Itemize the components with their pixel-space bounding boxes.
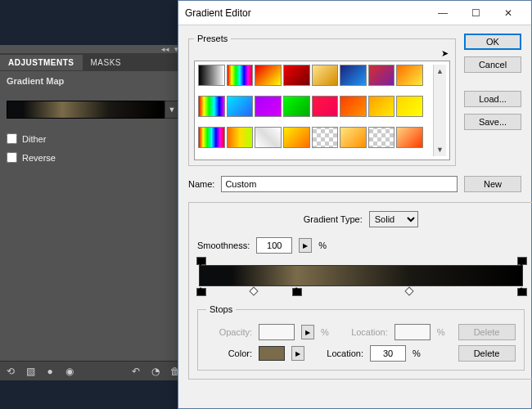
preset-thumbnail[interactable] [368,96,395,117]
tab-adjustments[interactable]: ADJUSTMENTS [0,55,83,70]
preset-thumbnail[interactable] [255,96,282,117]
smoothness-flyout-icon[interactable]: ▶ [299,238,312,253]
view-icon[interactable]: ● [44,366,56,377]
reverse-label: Reverse [22,153,56,163]
panel-footer: ⟲ ▧ ● ◉ ↶ ◔ 🗑 [0,361,186,380]
stops-fieldset: Stops Opacity: ▶ % Location: % Delete Co… [197,304,525,371]
delete-color-stop-button[interactable]: Delete [458,345,516,362]
opacity-input [259,324,295,340]
ok-button[interactable]: OK [464,34,521,50]
panel-tabs: ADJUSTMENTS MASKS [0,53,186,71]
percent-unit: % [321,327,329,337]
preset-thumbnail[interactable] [198,96,225,117]
tab-masks[interactable]: MASKS [83,55,130,70]
adjustments-panel: ◂◂ ▾≡ ADJUSTMENTS MASKS Gradient Map ▼ D… [0,45,186,380]
color-stop[interactable] [196,288,205,296]
preset-thumbnail[interactable] [227,65,254,86]
new-layer-icon[interactable]: ▧ [25,366,36,377]
color-stop[interactable] [291,288,301,296]
preset-thumbnail[interactable] [312,65,339,86]
preset-thumbnail[interactable] [340,65,367,86]
midpoint-handle[interactable] [250,286,259,295]
color-flyout-icon[interactable]: ▶ [291,346,304,361]
preset-thumbnail[interactable] [255,127,282,148]
preset-thumbnail[interactable] [255,65,282,86]
preset-thumbnail[interactable] [227,127,254,148]
reverse-input[interactable] [7,152,17,163]
dither-checkbox[interactable]: Dither [7,133,179,144]
visibility-icon[interactable]: ◉ [64,366,75,377]
opacity-stop[interactable] [516,257,526,265]
close-button[interactable]: ✕ [492,2,525,25]
presets-fieldset: Presets ➤ ▲ ▼ [188,34,456,166]
gradient-type-select[interactable]: Solid [369,211,418,227]
preset-thumbnail[interactable] [283,65,310,86]
dither-label: Dither [22,134,46,144]
adjustment-title: Gradient Map [7,76,179,86]
preset-thumbnail[interactable] [283,127,310,148]
save-button[interactable]: Save... [464,114,521,130]
smoothness-input[interactable] [256,237,292,254]
minimize-button[interactable]: — [426,2,459,25]
preset-thumbnail[interactable] [340,127,367,148]
gradient-type-label: Gradient Type: [304,214,363,224]
gradient-bar[interactable] [199,265,523,286]
name-label: Name: [188,179,214,189]
preset-thumbnail[interactable] [340,96,367,117]
name-input[interactable] [221,176,458,192]
gradient-editor-dialog: Gradient Editor — ☐ ✕ Presets ➤ ▲ ▼ OK [178,0,532,409]
collapse-icon[interactable]: ◂◂ [161,45,169,53]
panel-menubar: ◂◂ ▾≡ [0,45,186,53]
presets-flyout-icon[interactable]: ➤ [441,48,449,59]
opacity-location-input [394,324,431,340]
preset-thumbnail[interactable] [312,127,339,148]
presets-grid: ▲ ▼ [194,61,450,160]
color-stop[interactable] [516,288,526,296]
percent-unit: % [413,348,421,358]
stops-legend: Stops [206,304,236,314]
presets-scrollbar[interactable]: ▲ ▼ [433,65,446,156]
dialog-side-buttons: OK Cancel Load... Save... [464,34,521,166]
gradient-map-dropdown[interactable]: ▼ [7,101,179,119]
gradient-preview[interactable] [7,101,165,119]
color-label: Color: [206,348,252,358]
percent-unit: % [318,240,327,250]
percent-unit: % [437,327,445,337]
scroll-down-icon[interactable]: ▼ [434,143,446,156]
preset-thumbnail[interactable] [396,127,423,148]
load-button[interactable]: Load... [464,91,521,107]
preset-thumbnail[interactable] [312,96,339,117]
preset-thumbnail[interactable] [396,96,423,117]
dialog-titlebar[interactable]: Gradient Editor — ☐ ✕ [178,1,531,25]
dither-input[interactable] [7,133,17,144]
delete-opacity-stop-button: Delete [458,324,516,340]
return-icon[interactable]: ⟲ [5,366,16,377]
color-swatch[interactable] [259,346,285,361]
gradient-type-fieldset: Gradient Type: Solid Smoothness: ▶ % [188,202,532,380]
presets-legend: Presets [194,34,231,43]
preset-thumbnail[interactable] [198,127,225,148]
opacity-location-label: Location: [336,327,388,337]
preset-thumbnail[interactable] [396,65,423,86]
scroll-up-icon[interactable]: ▲ [434,65,446,78]
smoothness-label: Smoothness: [197,240,250,250]
cancel-button[interactable]: Cancel [464,56,521,73]
reset-icon[interactable]: ↶ [130,366,142,377]
preset-thumbnail[interactable] [368,127,395,148]
midpoint-handle[interactable] [404,286,413,295]
preset-thumbnail[interactable] [283,96,310,117]
preset-thumbnail[interactable] [368,65,395,86]
preset-thumbnail[interactable] [227,96,254,117]
opacity-stop[interactable] [196,257,205,265]
opacity-label: Opacity: [206,327,252,337]
color-location-input[interactable] [370,345,406,362]
opacity-flyout-icon: ▶ [301,325,314,339]
clip-icon[interactable]: ◔ [150,366,161,377]
preset-thumbnail[interactable] [198,65,225,86]
color-location-label: Location: [311,348,363,358]
dialog-title: Gradient Editor [185,7,426,19]
maximize-button[interactable]: ☐ [459,2,492,25]
new-button[interactable]: New [464,176,521,192]
reverse-checkbox[interactable]: Reverse [7,152,179,163]
